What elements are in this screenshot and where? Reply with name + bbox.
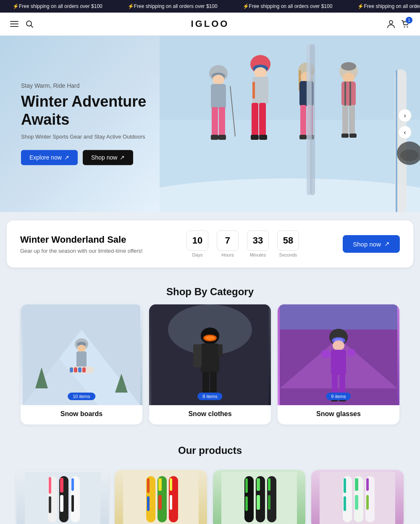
product-card-2[interactable] (115, 470, 207, 524)
hero-buttons: Explore now ↗ Shop now ↗ (21, 150, 168, 165)
header: IGLOO 1 (0, 13, 420, 36)
svg-rect-64 (70, 367, 73, 372)
seconds-unit: 58 Seconds (277, 231, 299, 257)
minutes-label: Minutes (250, 252, 266, 257)
svg-rect-128 (344, 496, 346, 511)
svg-point-13 (213, 75, 224, 85)
svg-rect-28 (259, 135, 267, 140)
shop-now-button[interactable]: Shop now ↗ (83, 150, 133, 165)
announcement-text-4: ⚡Free shipping on all orders over $100 (345, 3, 420, 9)
svg-rect-108 (147, 496, 150, 511)
products-section: Our products (0, 435, 420, 524)
product-image-4 (311, 470, 404, 524)
category-card-snowboards[interactable]: 10 items Snow boards (21, 304, 142, 424)
snowboards-badge: 10 items (68, 393, 95, 400)
hero-illustration (160, 36, 420, 212)
sale-shop-button[interactable]: Shop now ↗ (343, 235, 400, 253)
user-button[interactable] (386, 19, 396, 29)
svg-rect-104 (71, 495, 74, 512)
svg-rect-83 (280, 304, 397, 330)
svg-rect-130 (355, 478, 358, 491)
svg-rect-111 (158, 495, 162, 510)
svg-rect-65 (74, 367, 77, 372)
svg-point-53 (400, 149, 419, 161)
svg-rect-0 (10, 21, 18, 22)
hero-visual (160, 36, 420, 212)
minutes-value: 33 (247, 231, 269, 251)
product-image-2 (115, 470, 207, 524)
svg-point-40 (343, 73, 354, 83)
snowclothes-badge: 8 items (197, 393, 222, 400)
snowclothes-name: Snow clothes (156, 410, 264, 418)
minutes-unit: 33 Minutes (247, 231, 269, 257)
user-icon (386, 19, 396, 29)
explore-button[interactable]: Explore now ↗ (21, 150, 78, 165)
svg-rect-97 (49, 477, 51, 494)
svg-rect-16 (219, 107, 225, 136)
svg-point-90 (347, 349, 355, 356)
announcement-text-1: ⚡Free shipping on all orders over $100 (0, 3, 115, 9)
header-right: 1 (386, 19, 410, 29)
category-card-snowglasses[interactable]: 9 items Snow glasses (278, 304, 399, 424)
svg-rect-24 (252, 82, 255, 99)
product-card-3[interactable] (213, 470, 305, 524)
svg-rect-62 (76, 351, 87, 368)
product-2-svg (123, 472, 199, 524)
svg-rect-113 (170, 478, 172, 491)
svg-rect-25 (252, 103, 258, 136)
snowboards-image: 10 items (21, 304, 142, 405)
shop-label: Shop now (91, 155, 117, 161)
product-card-1[interactable] (16, 470, 109, 524)
hero-title: Winter Adventure Awaits (21, 92, 168, 128)
svg-point-87 (333, 341, 344, 351)
cart-button[interactable]: 1 (401, 19, 410, 29)
snowglasses-badge: 9 items (326, 393, 351, 400)
hero-content: Stay Warm, Ride Hard Winter Adventure Aw… (21, 82, 168, 165)
svg-point-73 (205, 336, 215, 340)
svg-rect-118 (245, 496, 248, 511)
svg-point-22 (254, 67, 267, 78)
sale-description: Gear up for the season with our limited-… (20, 248, 143, 254)
category-card-snowclothes[interactable]: 8 items Snow clothes (149, 304, 271, 424)
svg-rect-120 (257, 478, 260, 491)
svg-rect-88 (331, 350, 346, 375)
sale-btn-label: Shop now (353, 241, 381, 248)
hero-section: Stay Warm, Ride Hard Winter Adventure Aw… (0, 36, 420, 212)
svg-rect-51 (396, 70, 397, 212)
hours-value: 7 (217, 231, 239, 251)
seconds-value: 58 (277, 231, 299, 251)
hero-subtitle: Stay Warm, Ride Hard (21, 82, 168, 89)
products-grid (0, 463, 420, 524)
svg-rect-133 (366, 478, 369, 491)
svg-rect-17 (211, 135, 218, 140)
days-label: Days (192, 252, 202, 257)
menu-button[interactable] (10, 20, 18, 28)
svg-rect-9 (160, 36, 420, 120)
svg-point-10 (160, 178, 420, 212)
svg-rect-14 (211, 84, 226, 109)
svg-rect-41 (341, 81, 356, 106)
svg-rect-18 (218, 135, 226, 140)
hero-description: Shop Winter Sports Gear and Stay Active … (21, 134, 168, 140)
days-unit: 10 Days (186, 231, 208, 257)
svg-rect-27 (251, 135, 259, 140)
announcement-text-2: ⚡Free shipping on all orders over $100 (115, 3, 230, 9)
menu-icon (10, 20, 18, 28)
hero-next-button[interactable]: › (398, 109, 412, 122)
product-image-3 (213, 470, 305, 524)
search-button[interactable] (25, 20, 34, 28)
svg-rect-124 (268, 495, 270, 510)
explore-label: Explore now (29, 155, 62, 161)
svg-point-89 (321, 350, 331, 358)
svg-rect-26 (259, 103, 266, 136)
svg-rect-67 (82, 367, 86, 372)
header-left (10, 20, 34, 28)
shop-arrow-icon: ↗ (120, 155, 125, 161)
hero-prev-button[interactable]: ‹ (398, 126, 412, 139)
product-card-4[interactable] (311, 470, 404, 524)
svg-rect-123 (268, 478, 270, 491)
snowclothes-image: 8 items (149, 304, 271, 405)
svg-rect-42 (342, 105, 348, 135)
svg-point-7 (407, 26, 408, 28)
svg-point-61 (77, 345, 86, 352)
